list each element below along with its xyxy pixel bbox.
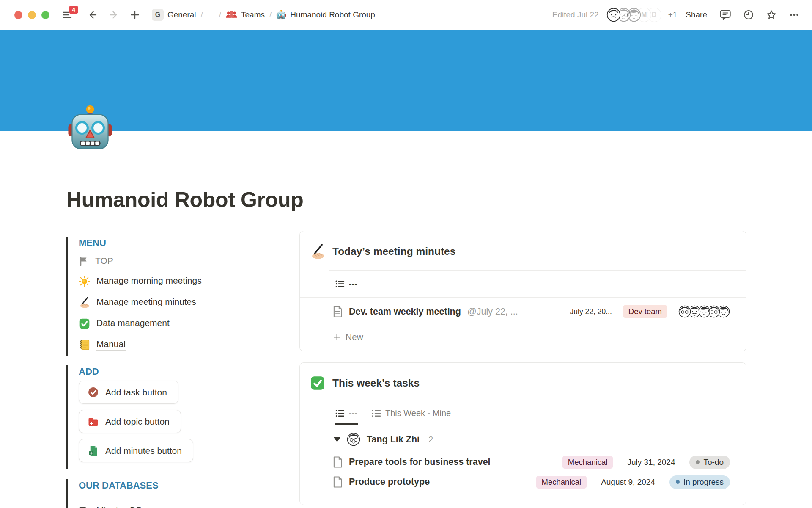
status-label: In progress bbox=[683, 478, 724, 487]
forward-icon bbox=[109, 10, 119, 20]
meeting-row[interactable]: Dev. team weekly meeting @July 22, ... J… bbox=[300, 298, 746, 326]
add-section: ADD Add task button Add topic button Add… bbox=[66, 365, 263, 469]
view-tab-label: --- bbox=[349, 279, 357, 289]
back-icon bbox=[88, 10, 98, 20]
menu-item-label: Manual bbox=[96, 339, 126, 351]
new-page-button[interactable] bbox=[130, 10, 140, 20]
menu-item-meeting-minutes[interactable]: Manage meeting minutes bbox=[79, 292, 263, 313]
breadcrumb-page[interactable]: Humanoid Robot Group bbox=[276, 10, 375, 20]
menu-item-top[interactable]: TOP bbox=[79, 252, 263, 271]
meeting-properties: July 22, 20... Dev team bbox=[570, 305, 730, 318]
add-topic-button[interactable]: Add topic button bbox=[79, 410, 181, 433]
writing-hand-icon bbox=[79, 297, 90, 308]
breadcrumb: G General / ... / Teams / Humanoid Robot… bbox=[152, 9, 375, 21]
collaborator-avatars[interactable]: M D bbox=[606, 8, 661, 22]
page-icon bbox=[333, 476, 343, 488]
menu-item-label: TOP bbox=[95, 256, 113, 267]
page-icon-robot[interactable] bbox=[66, 104, 114, 152]
forward-button[interactable] bbox=[109, 10, 119, 20]
new-meeting-button[interactable]: New bbox=[300, 326, 746, 348]
add-heading: ADD bbox=[79, 366, 263, 381]
right-column: Today’s meeting minutes --- Dev. team we… bbox=[299, 231, 746, 505]
status-dot bbox=[676, 480, 680, 484]
view-tab-this-week-mine[interactable]: This Week - Mine bbox=[371, 402, 452, 425]
breadcrumb-page-label: Humanoid Robot Group bbox=[290, 10, 375, 19]
collapse-triangle-icon[interactable] bbox=[334, 437, 340, 442]
updates-button[interactable] bbox=[743, 10, 754, 20]
clock-icon bbox=[743, 10, 754, 20]
task-row[interactable]: Produce prototype Mechanical August 9, 2… bbox=[300, 472, 746, 492]
star-icon bbox=[766, 10, 776, 20]
sidebar-toggle-button[interactable]: 4 bbox=[62, 10, 72, 20]
task-properties: Mechanical August 9, 2024 In progress bbox=[536, 475, 730, 489]
avatar bbox=[678, 305, 691, 318]
databases-heading: OUR DATABASES bbox=[79, 480, 263, 494]
toolbar: 4 G General / ... / Teams / H bbox=[0, 0, 812, 30]
green-check-icon bbox=[310, 375, 325, 391]
robot-icon bbox=[276, 10, 286, 20]
breadcrumb-teams[interactable]: Teams bbox=[226, 10, 265, 19]
view-tabs: --- This Week - Mine bbox=[300, 402, 746, 425]
menu-item-label: Manage morning meetings bbox=[96, 276, 202, 287]
page-icon bbox=[333, 306, 343, 318]
close-window-button[interactable] bbox=[14, 11, 22, 19]
avatar-overflow-count[interactable]: +1 bbox=[668, 10, 678, 19]
ledger-icon bbox=[79, 339, 90, 351]
ellipsis-icon bbox=[789, 10, 799, 20]
list-view-icon bbox=[372, 409, 381, 417]
meeting-date: July 22, 20... bbox=[570, 307, 612, 316]
compose-icon bbox=[79, 505, 90, 508]
breadcrumb-workspace-label: General bbox=[167, 10, 196, 19]
view-tab-default[interactable]: --- bbox=[335, 271, 358, 297]
meeting-minutes-card: Today’s meeting minutes --- Dev. team we… bbox=[299, 231, 746, 351]
breadcrumb-separator: / bbox=[269, 10, 272, 19]
view-tab-default[interactable]: --- bbox=[335, 402, 358, 425]
task-title: Produce prototype bbox=[349, 477, 430, 487]
add-minutes-button[interactable]: Add minutes button bbox=[79, 439, 193, 462]
task-row[interactable]: Prepare tools for business travel Mechan… bbox=[300, 452, 746, 472]
comments-button[interactable] bbox=[720, 10, 731, 20]
share-button[interactable]: Share bbox=[686, 10, 707, 19]
list-view-icon bbox=[335, 280, 345, 288]
new-button-label: New bbox=[346, 332, 363, 342]
task-tag: Mechanical bbox=[562, 456, 613, 469]
menu-item-label: Data management bbox=[96, 318, 170, 329]
breadcrumb-separator: / bbox=[218, 10, 222, 19]
weekly-tasks-card: This week’s tasks --- This Week - Mine bbox=[299, 362, 746, 505]
minimize-window-button[interactable] bbox=[28, 11, 36, 19]
more-button[interactable] bbox=[789, 10, 799, 20]
menu-section: MENU TOP Manage morning meetings Manage … bbox=[66, 237, 263, 356]
breadcrumb-separator: / bbox=[200, 10, 204, 19]
status-label: To-do bbox=[703, 458, 724, 467]
status-badge: To-do bbox=[689, 456, 730, 469]
menu-item-manual[interactable]: Manual bbox=[79, 334, 263, 355]
task-date: July 31, 2024 bbox=[627, 458, 675, 467]
add-task-button[interactable]: Add task button bbox=[79, 381, 178, 404]
writing-hand-icon bbox=[310, 244, 325, 259]
group-name: Tang Lik Zhi bbox=[367, 434, 420, 445]
add-topic-button-label: Add topic button bbox=[105, 417, 170, 427]
database-item-minutes-db[interactable]: Minutes DB bbox=[79, 499, 263, 508]
avatar bbox=[347, 433, 360, 446]
task-tag: Mechanical bbox=[536, 476, 587, 489]
favorite-button[interactable] bbox=[766, 10, 776, 20]
breadcrumb-workspace[interactable]: G General bbox=[152, 9, 196, 21]
breadcrumb-ellipsis[interactable]: ... bbox=[208, 10, 214, 19]
list-view-icon bbox=[335, 409, 345, 417]
status-badge: In progress bbox=[669, 475, 730, 489]
task-group-header: Tang Lik Zhi 2 bbox=[300, 425, 746, 452]
card-header: This week’s tasks bbox=[300, 363, 746, 391]
page-content: MENU TOP Manage morning meetings Manage … bbox=[66, 237, 746, 508]
window-controls bbox=[14, 11, 49, 19]
zoom-window-button[interactable] bbox=[41, 11, 49, 19]
task-title: Prepare tools for business travel bbox=[349, 457, 491, 467]
meeting-title: Dev. team weekly meeting bbox=[349, 306, 461, 317]
back-button[interactable] bbox=[88, 10, 98, 20]
menu-item-morning-meetings[interactable]: Manage morning meetings bbox=[79, 271, 263, 292]
file-plus-icon bbox=[88, 445, 99, 456]
flag-icon bbox=[79, 256, 89, 266]
add-task-button-label: Add task button bbox=[105, 387, 167, 398]
database-item-label: Minutes DB bbox=[96, 505, 143, 508]
view-tab-label: --- bbox=[349, 409, 357, 418]
menu-item-data-management[interactable]: Data management bbox=[79, 313, 263, 334]
